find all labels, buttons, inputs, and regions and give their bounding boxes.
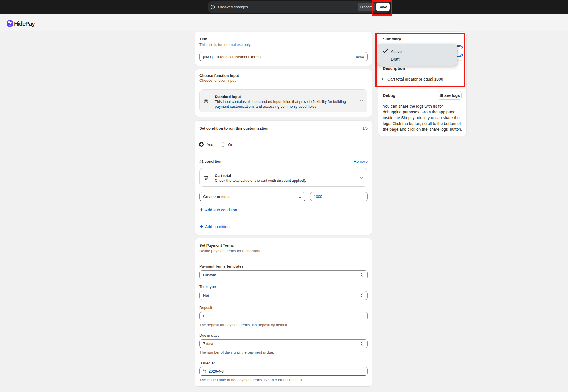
svg-text:$: $ <box>205 100 207 103</box>
